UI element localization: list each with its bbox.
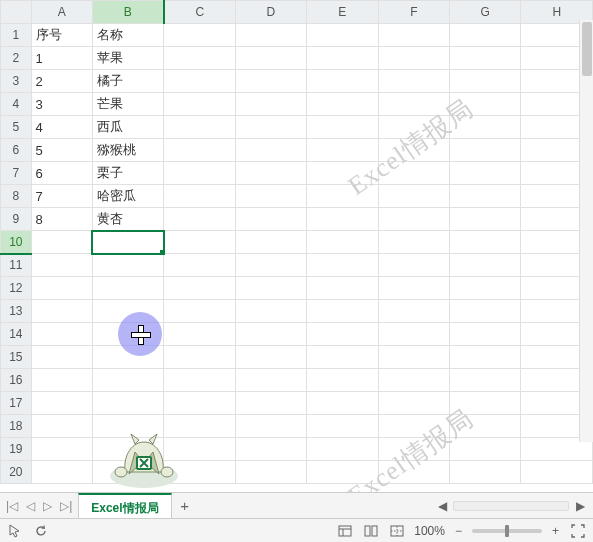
cell-D13[interactable] [235,300,306,323]
row-header-3[interactable]: 3 [1,70,32,93]
cell-D6[interactable] [235,139,306,162]
row-header-19[interactable]: 19 [1,438,32,461]
cell-A5[interactable]: 4 [31,116,92,139]
row-header-7[interactable]: 7 [1,162,32,185]
cell-E13[interactable] [307,300,378,323]
view-page-icon[interactable] [362,522,380,540]
cell-G15[interactable] [450,346,521,369]
column-header-D[interactable]: D [235,1,306,24]
cell-F14[interactable] [378,323,449,346]
cell-G13[interactable] [450,300,521,323]
cell-F11[interactable] [378,254,449,277]
cell-D1[interactable] [235,24,306,47]
cell-G16[interactable] [450,369,521,392]
row-header-11[interactable]: 11 [1,254,32,277]
select-all-corner[interactable] [1,1,32,24]
cell-D2[interactable] [235,47,306,70]
cell-E2[interactable] [307,47,378,70]
cell-E14[interactable] [307,323,378,346]
cell-G1[interactable] [450,24,521,47]
cell-B14[interactable] [92,323,163,346]
cell-E4[interactable] [307,93,378,116]
cell-E18[interactable] [307,415,378,438]
cell-D14[interactable] [235,323,306,346]
cell-F20[interactable] [378,461,449,484]
cell-B2[interactable]: 苹果 [92,47,163,70]
cell-D3[interactable] [235,70,306,93]
cell-C4[interactable] [164,93,235,116]
cell-A11[interactable] [31,254,92,277]
cell-A10[interactable] [31,231,92,254]
cell-C19[interactable] [164,438,235,461]
cell-F18[interactable] [378,415,449,438]
cell-A9[interactable]: 8 [31,208,92,231]
tab-last-button[interactable]: ▷| [60,499,72,513]
fullscreen-icon[interactable] [569,522,587,540]
cell-E11[interactable] [307,254,378,277]
cell-H20[interactable] [521,461,593,484]
row-header-14[interactable]: 14 [1,323,32,346]
cell-E20[interactable] [307,461,378,484]
cell-A1[interactable]: 序号 [31,24,92,47]
cell-B3[interactable]: 橘子 [92,70,163,93]
cell-grid[interactable]: ABCDEFGH1序号名称21苹果32橘子43芒果54西瓜65猕猴桃76栗子87… [0,0,593,484]
cell-D5[interactable] [235,116,306,139]
zoom-slider-knob[interactable] [505,525,509,537]
cell-F7[interactable] [378,162,449,185]
horizontal-scrollbar[interactable]: ◀ ▶ [433,493,593,518]
cell-F19[interactable] [378,438,449,461]
cell-G12[interactable] [450,277,521,300]
scroll-right-icon[interactable]: ▶ [571,497,589,515]
cell-F6[interactable] [378,139,449,162]
cell-C18[interactable] [164,415,235,438]
tab-next-button[interactable]: ▷ [43,499,52,513]
zoom-in-button[interactable]: + [550,524,561,538]
cell-C7[interactable] [164,162,235,185]
row-header-12[interactable]: 12 [1,277,32,300]
cell-D18[interactable] [235,415,306,438]
cell-F1[interactable] [378,24,449,47]
cell-B19[interactable] [92,438,163,461]
cell-B17[interactable] [92,392,163,415]
add-sheet-button[interactable]: + [172,493,198,518]
cell-F15[interactable] [378,346,449,369]
cell-A6[interactable]: 5 [31,139,92,162]
cell-A17[interactable] [31,392,92,415]
row-header-8[interactable]: 8 [1,185,32,208]
view-break-icon[interactable] [388,522,406,540]
cell-G6[interactable] [450,139,521,162]
cell-E17[interactable] [307,392,378,415]
cell-C16[interactable] [164,369,235,392]
column-header-A[interactable]: A [31,1,92,24]
row-header-9[interactable]: 9 [1,208,32,231]
cell-B1[interactable]: 名称 [92,24,163,47]
cell-C9[interactable] [164,208,235,231]
column-header-G[interactable]: G [450,1,521,24]
zoom-value[interactable]: 100% [414,524,445,538]
pointer-mode-icon[interactable] [6,522,24,540]
cell-E15[interactable] [307,346,378,369]
cell-A4[interactable]: 3 [31,93,92,116]
cell-C14[interactable] [164,323,235,346]
cell-D19[interactable] [235,438,306,461]
cell-F5[interactable] [378,116,449,139]
cell-E12[interactable] [307,277,378,300]
cell-A20[interactable] [31,461,92,484]
cell-F9[interactable] [378,208,449,231]
cell-C15[interactable] [164,346,235,369]
sheet-tab-active[interactable]: Excel情报局 [78,493,171,518]
row-header-10[interactable]: 10 [1,231,32,254]
cell-G9[interactable] [450,208,521,231]
cell-G10[interactable] [450,231,521,254]
zoom-out-button[interactable]: − [453,524,464,538]
tab-prev-button[interactable]: ◁ [26,499,35,513]
cell-A3[interactable]: 2 [31,70,92,93]
row-header-1[interactable]: 1 [1,24,32,47]
cell-C13[interactable] [164,300,235,323]
cell-B20[interactable] [92,461,163,484]
cell-D16[interactable] [235,369,306,392]
column-header-C[interactable]: C [164,1,235,24]
cell-C6[interactable] [164,139,235,162]
cell-G20[interactable] [450,461,521,484]
cell-B5[interactable]: 西瓜 [92,116,163,139]
